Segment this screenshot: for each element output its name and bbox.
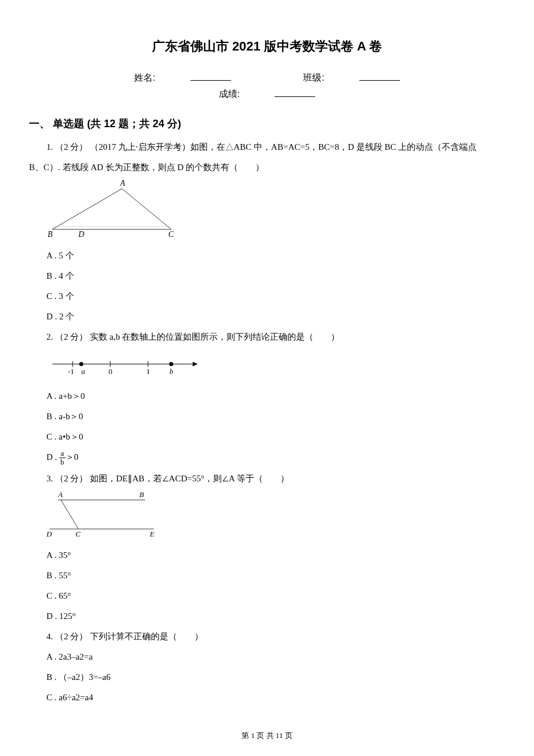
svg-text:1: 1 — [146, 367, 150, 376]
q4-stem: 4. （2 分） 下列计算不正确的是（ ） — [29, 629, 505, 645]
svg-text:C: C — [168, 230, 174, 238]
q1-stem-line1: 1. （2 分） （2017 九上·启东开学考）如图，在△ABC 中，AB=AC… — [29, 139, 505, 155]
q1-option-a: A . 5 个 — [46, 248, 505, 264]
section-1-header: 一、 单选题 (共 12 题；共 24 分) — [29, 114, 505, 133]
svg-text:a: a — [81, 367, 85, 376]
score-blank — [275, 96, 315, 97]
q2-option-b: B . a-b＞0 — [46, 409, 505, 424]
svg-line-1 — [52, 189, 122, 229]
q1-option-d: D . 2 个 — [46, 309, 505, 325]
q1-option-b: B . 4 个 — [46, 268, 505, 284]
q3-option-b: B . 55° — [46, 568, 505, 584]
svg-point-13 — [80, 362, 84, 366]
svg-text:E: E — [149, 530, 154, 538]
svg-line-2 — [122, 189, 171, 229]
q2-option-c: C . a•b＞0 — [46, 429, 505, 445]
svg-text:-1: -1 — [68, 367, 74, 376]
svg-point-14 — [169, 362, 174, 366]
svg-text:A: A — [120, 180, 125, 188]
q3-option-a: A . 35° — [46, 548, 505, 563]
svg-text:B: B — [48, 230, 53, 238]
name-label: 姓名: — [134, 70, 155, 87]
q4-option-a: A . 2a3–a2=a — [46, 649, 505, 665]
q1-figure: A B D C — [46, 180, 505, 243]
svg-text:B: B — [139, 491, 144, 499]
q2-figure: -1 a 0 1 b — [46, 350, 505, 384]
q3-option-c: C . 65° — [46, 588, 505, 604]
svg-text:A: A — [57, 491, 63, 499]
q3-figure: A B D C E — [46, 491, 505, 543]
q2-stem: 2. （2 分） 实数 a,b 在数轴上的位置如图所示，则下列结论正确的是（ ） — [29, 329, 505, 345]
q3-stem: 3. （2 分） 如图，DE∥AB，若∠ACD=55°，则∠A 等于（ ） — [29, 471, 505, 487]
svg-text:b: b — [169, 367, 174, 376]
class-label: 班级: — [303, 70, 324, 87]
page-footer: 第 1 页 共 11 页 — [29, 729, 505, 742]
svg-marker-9 — [193, 362, 197, 366]
q4-option-b: B . （–a2）3=–a6 — [46, 669, 505, 685]
svg-text:D: D — [78, 230, 84, 238]
svg-text:C: C — [75, 530, 81, 538]
q1-stem-line2: B、C）. 若线段 AD 长为正整数，则点 D 的个数共有（ ） — [29, 160, 505, 175]
svg-line-22 — [61, 500, 78, 529]
q2-option-a: A . a+b＞0 — [46, 388, 505, 404]
page-title: 广东省佛山市 2021 版中考数学试卷 A 卷 — [29, 35, 505, 58]
student-info-row: 姓名: 班级: 成绩: — [29, 70, 505, 103]
q2-option-d: D . ab＞0 — [46, 449, 505, 467]
q1-option-c: C . 3 个 — [46, 289, 505, 304]
svg-text:D: D — [46, 530, 52, 538]
q4-option-c: C . a6÷a2=a4 — [46, 690, 505, 705]
score-label: 成绩: — [219, 86, 240, 103]
name-blank — [190, 80, 231, 81]
q3-option-d: D . 125° — [46, 609, 505, 624]
svg-text:0: 0 — [109, 367, 113, 376]
class-blank — [359, 80, 400, 81]
